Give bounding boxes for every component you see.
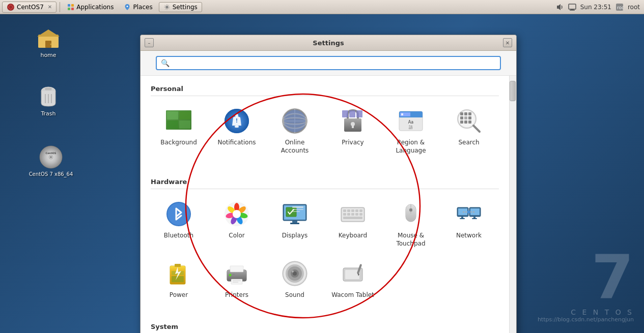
svg-rect-65	[468, 112, 471, 115]
sound-item[interactable]: Sound	[267, 255, 323, 305]
svg-rect-32	[179, 120, 190, 129]
window-close-button[interactable]: ✕	[503, 38, 512, 47]
home-icon-label: home	[40, 52, 56, 58]
window-minimize-button[interactable]: –	[145, 38, 154, 47]
bluetooth-item[interactable]: Bluetooth	[151, 195, 207, 253]
applications-label: Applications	[76, 4, 114, 11]
trash-icon-label: Trash	[41, 110, 55, 117]
mouse-touchpad-icon	[397, 200, 425, 228]
places-menu[interactable]: Places	[120, 3, 156, 12]
system-time: Sun 23:51	[580, 4, 611, 11]
online-accounts-item[interactable]: Online Accounts	[267, 102, 323, 160]
scrollbar-track[interactable]	[509, 76, 516, 333]
personal-grid: Background	[151, 102, 499, 164]
hardware-divider	[151, 189, 499, 189]
network-label: Network	[456, 232, 482, 240]
svg-point-44	[284, 110, 306, 132]
background-icon	[165, 107, 192, 135]
hardware-grid: Bluetooth	[151, 195, 499, 309]
svg-point-36	[235, 114, 238, 117]
settings-label: Settings	[173, 4, 198, 11]
applications-menu[interactable]: Applications	[63, 3, 118, 12]
settings-scroll[interactable]: Personal	[141, 76, 516, 333]
sound-icon	[281, 260, 309, 287]
wacom-tablet-item[interactable]: Wacom Tablet	[325, 255, 381, 305]
svg-rect-63	[460, 112, 463, 115]
svg-rect-126	[230, 266, 243, 272]
svg-text:root: root	[617, 5, 624, 10]
displays-item[interactable]: Displays	[267, 195, 323, 253]
privacy-item[interactable]: Privacy	[325, 102, 381, 160]
volume-icon[interactable]	[556, 3, 564, 11]
svg-rect-87	[292, 206, 303, 208]
printers-label: Printers	[225, 291, 248, 299]
window-controls-right: ✕	[503, 38, 512, 47]
system-section: System	[141, 314, 509, 333]
home-folder-icon	[36, 25, 61, 50]
centos-url: https://blog.csdn.net/panchengjun	[538, 316, 634, 323]
centos7-tab-close[interactable]: ✕	[48, 4, 52, 10]
display-icon[interactable]	[568, 3, 576, 11]
search-settings-item[interactable]: Search	[441, 102, 497, 160]
svg-rect-53	[356, 110, 362, 117]
svg-point-129	[233, 274, 235, 277]
svg-rect-30	[179, 111, 190, 119]
svg-rect-112	[460, 218, 465, 219]
svg-rect-98	[359, 209, 362, 212]
background-label: Background	[160, 139, 197, 147]
svg-rect-64	[464, 112, 467, 115]
svg-rect-116	[472, 218, 477, 219]
scrollbar-thumb[interactable]	[510, 81, 516, 101]
region-language-item[interactable]: Aa 語 Region & Language	[383, 102, 439, 160]
keyboard-item[interactable]: Keyboard	[325, 195, 381, 253]
wacom-tablet-icon	[339, 260, 367, 287]
settings-menu[interactable]: Settings	[159, 2, 202, 12]
svg-point-15	[50, 44, 52, 45]
search-settings-icon	[455, 107, 483, 135]
desktop-icon-dvd[interactable]: CentOS CentOS 7 x86_64	[28, 145, 74, 177]
centos-number: 7	[538, 247, 634, 308]
svg-rect-104	[343, 217, 362, 219]
places-icon	[124, 4, 131, 11]
taskbar: CentOS7 ✕ Applications Places	[0, 0, 644, 14]
displays-label: Displays	[282, 232, 307, 240]
notifications-label: Notifications	[217, 139, 256, 147]
desktop-icon-trash[interactable]: Trash	[28, 84, 69, 117]
network-item[interactable]: Network	[441, 195, 497, 253]
power-item[interactable]: Power	[151, 255, 207, 305]
svg-point-25	[50, 156, 52, 158]
notifications-item[interactable]: ! Notifications	[209, 102, 265, 160]
svg-rect-111	[461, 217, 463, 218]
svg-rect-101	[351, 213, 354, 216]
svg-rect-97	[355, 209, 358, 212]
power-icon	[165, 260, 192, 287]
mouse-touchpad-item[interactable]: Mouse & Touchpad	[383, 195, 439, 253]
svg-rect-99	[343, 213, 346, 216]
svg-rect-115	[473, 217, 475, 218]
background-item[interactable]: Background	[151, 102, 207, 160]
personal-divider	[151, 96, 499, 96]
svg-rect-1	[68, 4, 70, 7]
svg-text:Aa: Aa	[408, 120, 413, 125]
svg-rect-7	[569, 4, 576, 9]
personal-header: Personal	[151, 81, 499, 96]
user-icon[interactable]: root	[615, 3, 624, 11]
color-item[interactable]: Color	[209, 195, 265, 253]
svg-rect-88	[292, 209, 303, 210]
printers-icon	[223, 260, 250, 287]
search-input[interactable]	[173, 59, 496, 67]
svg-rect-67	[464, 116, 467, 119]
centos7-tab[interactable]: CentOS7 ✕	[2, 2, 57, 13]
printers-item[interactable]: Printers	[209, 255, 265, 305]
centos-logo-icon	[7, 3, 15, 11]
wacom-tablet-label: Wacom Tablet	[331, 291, 374, 299]
region-language-label: Region & Language	[396, 139, 426, 155]
svg-point-5	[127, 6, 128, 7]
bluetooth-label: Bluetooth	[164, 232, 193, 240]
centos-watermark: 7 C E N T O S https://blog.csdn.net/panc…	[538, 247, 634, 323]
svg-rect-91	[290, 223, 299, 224]
svg-point-128	[229, 274, 232, 277]
online-accounts-icon	[281, 107, 309, 135]
desktop-icon-home[interactable]: home	[28, 25, 69, 58]
centos-text: C E N T O S	[538, 308, 634, 316]
